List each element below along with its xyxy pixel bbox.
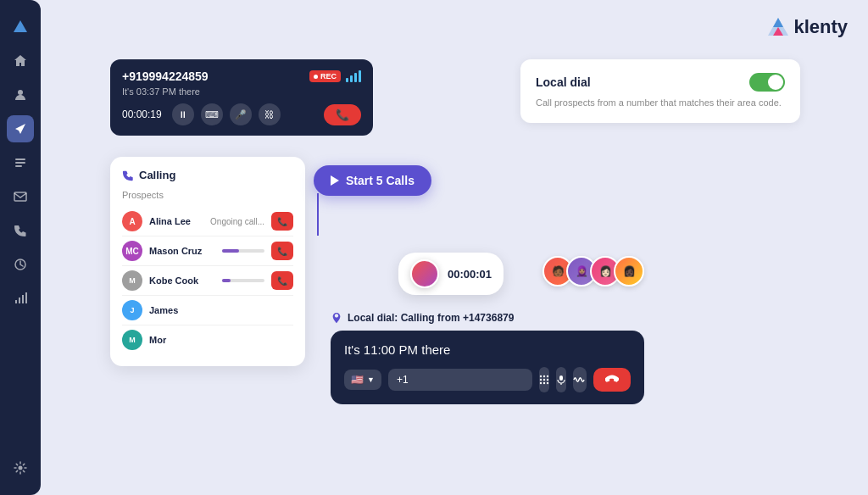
prospect-row: M Kobe Cook 📞	[122, 266, 293, 296]
prospect-name-alina: Alina Lee	[149, 216, 203, 226]
avatar-james: J	[122, 300, 142, 320]
prospects-label: Prospects	[122, 190, 293, 200]
svg-point-20	[547, 379, 548, 381]
end-call-button[interactable]: 📞	[324, 104, 361, 125]
sidebar-item-send[interactable]	[7, 115, 34, 142]
phone-time-label: It's 03:37 PM there	[122, 86, 361, 97]
avatar-mor: M	[122, 330, 142, 350]
svg-rect-4	[15, 165, 22, 167]
svg-rect-2	[15, 159, 25, 160]
prospect-status-alina: Ongoing call...	[210, 217, 264, 226]
active-call-widget: 00:00:01	[398, 253, 504, 295]
sidebar-item-calls[interactable]	[7, 217, 34, 244]
calling-title: Calling	[139, 169, 175, 181]
play-icon	[331, 175, 339, 186]
call-dialog-time: It's 11:00 PM there	[344, 342, 631, 357]
mic-icon-button[interactable]	[556, 367, 566, 392]
svg-rect-7	[15, 300, 17, 303]
sidebar-item-contacts[interactable]	[7, 81, 34, 108]
call-timer: 00:00:19	[122, 108, 162, 120]
wave-icon-button[interactable]	[573, 367, 587, 392]
prospect-name-kobe: Kobe Cook	[149, 275, 215, 286]
local-dial-info-text: Local dial: Calling from +14736879	[348, 312, 514, 324]
prospect-row: A Alina Lee Ongoing call... 📞	[122, 207, 293, 236]
end-call-large-button[interactable]	[593, 368, 631, 392]
svg-rect-5	[14, 192, 26, 201]
prospect-name-mor: Mor	[149, 335, 293, 345]
sidebar-logo-icon	[7, 14, 34, 41]
svg-point-23	[547, 382, 548, 384]
sidebar-item-activity[interactable]	[7, 251, 34, 278]
svg-point-19	[543, 379, 545, 381]
active-call-avatar	[410, 259, 439, 288]
start-calls-button[interactable]: Start 5 Calls	[314, 165, 431, 196]
prospect-row: M Mor	[122, 325, 293, 354]
svg-rect-10	[25, 292, 27, 303]
connector-line	[317, 193, 319, 236]
svg-rect-9	[22, 295, 24, 303]
hangup-button-alina[interactable]: 📞	[271, 212, 293, 231]
sidebar-item-email[interactable]	[7, 183, 34, 210]
svg-rect-3	[15, 162, 25, 164]
phone-call-card: +919994224859 REC It's 03:37 PM there 00…	[110, 59, 373, 136]
prospect-progress-mason	[222, 249, 264, 253]
signal-bars-icon	[346, 70, 361, 82]
svg-point-22	[543, 382, 545, 384]
avatar-alina: A	[122, 211, 142, 231]
svg-point-15	[540, 375, 542, 377]
avatar-mason: MC	[122, 241, 142, 261]
local-dial-card: Local dial Call prospects from a number …	[520, 59, 800, 123]
klenty-logo-text: klenty	[793, 16, 848, 38]
phone-badges: REC	[309, 70, 361, 82]
avatar-kobe: M	[122, 270, 142, 291]
svg-rect-8	[19, 298, 20, 303]
location-pin-icon	[331, 312, 342, 324]
phone-number-input[interactable]	[388, 369, 532, 391]
svg-point-16	[543, 375, 545, 377]
prospect-row: J James	[122, 296, 293, 325]
svg-point-17	[547, 375, 548, 377]
calling-phone-icon	[122, 170, 134, 181]
local-dial-info: Local dial: Calling from +14736879	[331, 312, 514, 324]
keypad-icon-button[interactable]	[539, 367, 549, 392]
mute-button[interactable]: 🎤	[230, 103, 252, 125]
pause-button[interactable]: ⏸	[172, 103, 194, 125]
prospect-row: MC Mason Cruz 📞	[122, 236, 293, 266]
merge-button[interactable]: ⛓	[259, 103, 281, 125]
prospect-progress-kobe	[222, 279, 264, 282]
call-dialog: It's 11:00 PM there 🇺🇸 ▼	[331, 331, 644, 404]
svg-point-11	[19, 466, 23, 470]
rec-badge: REC	[309, 70, 341, 82]
sidebar	[0, 0, 41, 495]
svg-point-21	[540, 382, 542, 384]
svg-marker-0	[14, 20, 27, 32]
flag-selector[interactable]: 🇺🇸 ▼	[344, 370, 381, 390]
klenty-logo: klenty	[766, 15, 848, 39]
sidebar-item-reports[interactable]	[7, 285, 34, 312]
keypad-button[interactable]: ⌨	[201, 103, 223, 125]
group-avatars: 🧑🏾 🧕🏽 👩🏻 👩🏿	[542, 256, 644, 286]
hangup-button-kobe[interactable]: 📞	[271, 271, 293, 290]
sidebar-item-tasks[interactable]	[7, 149, 34, 176]
svg-rect-24	[559, 375, 563, 381]
prospect-name-james: James	[149, 305, 293, 315]
prospect-name-mason: Mason Cruz	[149, 246, 215, 256]
hangup-button-mason[interactable]: 📞	[271, 242, 293, 260]
local-dial-description: Call prospects from a number that matche…	[536, 97, 785, 109]
start-calls-label: Start 5 Calls	[346, 174, 415, 187]
svg-marker-13	[773, 18, 783, 27]
svg-point-1	[18, 90, 23, 95]
svg-point-18	[540, 379, 542, 381]
group-avatar-4: 👩🏿	[614, 256, 644, 286]
call-duration: 00:00:01	[448, 268, 492, 281]
sidebar-item-home[interactable]	[7, 47, 34, 75]
sidebar-item-settings[interactable]	[7, 454, 34, 481]
local-dial-toggle[interactable]	[749, 73, 785, 92]
calling-panel: Calling Prospects A Alina Lee Ongoing ca…	[110, 157, 305, 366]
local-dial-title: Local dial	[536, 75, 591, 89]
phone-number: +919994224859	[122, 70, 209, 83]
